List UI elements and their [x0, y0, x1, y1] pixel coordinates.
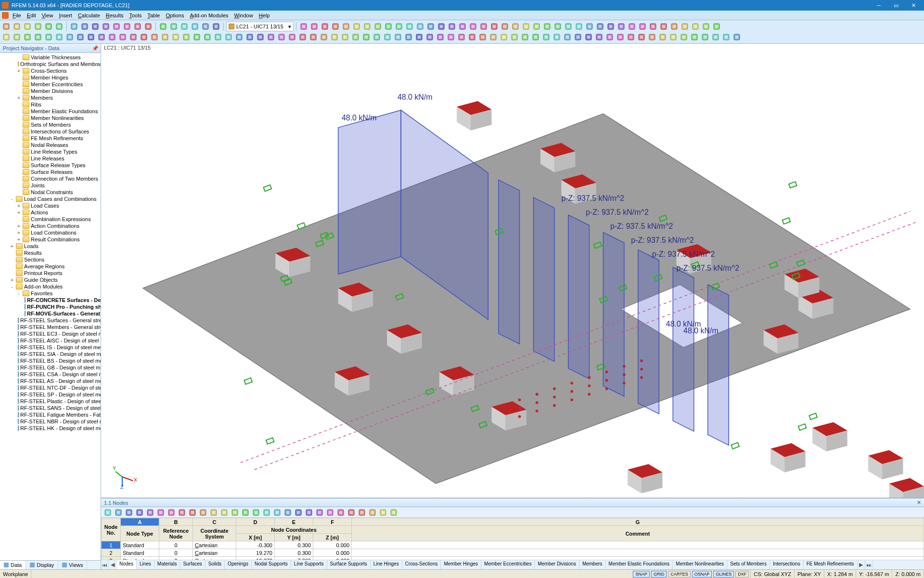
toolbar-button[interactable]: [12, 22, 22, 31]
menu-window[interactable]: Window: [231, 12, 256, 19]
toolbar-button[interactable]: [711, 32, 720, 42]
tree-node[interactable]: +Cross-Sections: [0, 67, 101, 74]
toolbar-button[interactable]: [510, 32, 519, 42]
toolbar-button[interactable]: [499, 32, 509, 42]
tree-twist-icon[interactable]: +: [16, 230, 21, 236]
tree-node[interactable]: RF-STEEL AS - Design of steel members: [0, 378, 101, 384]
toolbar-button[interactable]: [1, 32, 11, 42]
tab-nav-button[interactable]: ⏮: [101, 560, 109, 569]
toolbar-button[interactable]: [346, 508, 356, 517]
row-header[interactable]: 2: [102, 549, 121, 557]
toolbar-button[interactable]: [203, 32, 212, 42]
toolbar-button[interactable]: [669, 22, 679, 31]
toolbar-button[interactable]: [520, 32, 530, 42]
tree-twist-icon[interactable]: +: [10, 243, 14, 249]
toolbar-button[interactable]: [563, 32, 572, 42]
toolbar-button[interactable]: [114, 508, 123, 517]
toolbar-button[interactable]: [404, 32, 413, 42]
row-header[interactable]: 1: [102, 541, 121, 549]
navigator-tree[interactable]: Variable ThicknessesOrthotropic Surfaces…: [0, 53, 101, 560]
menu-tools[interactable]: Tools: [126, 12, 144, 19]
toolbar-button[interactable]: [283, 508, 293, 517]
toolbar-button[interactable]: [700, 32, 710, 42]
toolbar-button[interactable]: [553, 22, 563, 31]
cell[interactable]: 0.000: [313, 541, 352, 549]
toolbar-button[interactable]: [436, 22, 446, 31]
pin-icon[interactable]: 📌: [92, 45, 98, 51]
status-toggle-glines[interactable]: GLINES: [713, 571, 734, 578]
toolbar-button[interactable]: [224, 32, 233, 42]
tree-node[interactable]: RF-STEEL HK - Design of steel members: [0, 425, 101, 432]
col-header[interactable]: CoordinateSystem: [193, 526, 236, 541]
toolbar-button[interactable]: [668, 32, 678, 42]
toolbar-button[interactable]: [595, 22, 605, 31]
tree-node[interactable]: +Action Combinations: [0, 223, 101, 229]
tree-twist-icon[interactable]: -: [10, 196, 14, 202]
toolbar-button[interactable]: [732, 32, 742, 42]
toolbar-button[interactable]: [468, 22, 478, 31]
tab-nav-button[interactable]: ⏭: [865, 560, 873, 569]
toolbar-button[interactable]: [394, 22, 404, 31]
tree-node[interactable]: Variable Thicknesses: [0, 54, 101, 61]
toolbar-button[interactable]: [287, 32, 297, 42]
toolbar-button[interactable]: [331, 22, 340, 31]
tree-node[interactable]: Connection of Two Members: [0, 175, 101, 182]
toolbar-button[interactable]: [584, 32, 593, 42]
tree-node[interactable]: FE Mesh Refinements: [0, 135, 101, 142]
col-header-group[interactable]: Node Coordinates: [236, 526, 352, 534]
toolbar-button[interactable]: [315, 508, 324, 517]
col-header[interactable]: Y [m]: [275, 534, 313, 541]
toolbar-button[interactable]: [458, 22, 467, 31]
tree-node[interactable]: Surface Releases: [0, 169, 101, 175]
toolbar-button[interactable]: [80, 22, 90, 31]
tree-node[interactable]: RF-PUNCH Pro - Punching shear de: [0, 303, 101, 310]
toolbar-button[interactable]: [368, 508, 377, 517]
table-tab[interactable]: Materials: [154, 560, 180, 569]
minimize-button[interactable]: ─: [870, 0, 887, 11]
tree-node[interactable]: Ribs: [0, 101, 101, 108]
toolbar-button[interactable]: [251, 508, 261, 517]
toolbar-button[interactable]: [415, 22, 425, 31]
toolbar-button[interactable]: [139, 32, 149, 42]
cell[interactable]: 0.300: [275, 541, 313, 549]
toolbar-button[interactable]: [488, 32, 498, 42]
tree-node[interactable]: Joints: [0, 182, 101, 189]
tree-node[interactable]: +Members: [0, 94, 101, 101]
tree-node[interactable]: RF-STEEL NBR - Design of steel member: [0, 418, 101, 425]
table-tab[interactable]: Member Nonlinearities: [673, 560, 727, 569]
toolbar-button[interactable]: [181, 32, 191, 42]
tree-node[interactable]: Results: [0, 250, 101, 256]
toolbar-button[interactable]: [489, 22, 499, 31]
tree-twist-icon[interactable]: -: [10, 284, 14, 289]
toolbar-button[interactable]: [309, 22, 319, 31]
toolbar-button[interactable]: [574, 22, 584, 31]
col-letter[interactable]: F: [313, 518, 352, 526]
tab-nav-button[interactable]: ▶: [858, 560, 865, 569]
menu-results[interactable]: Results: [103, 12, 127, 19]
toolbar-button[interactable]: [124, 508, 134, 517]
toolbar-button[interactable]: [107, 32, 117, 42]
toolbar-button[interactable]: [308, 32, 318, 42]
table-tab[interactable]: FE Mesh Refinements: [804, 560, 858, 569]
navigator-tab-data[interactable]: Data: [0, 561, 26, 569]
toolbar-button[interactable]: [362, 22, 372, 31]
menu-edit[interactable]: Edit: [24, 12, 39, 19]
toolbar-button[interactable]: [638, 22, 647, 31]
col-letter[interactable]: E: [275, 518, 313, 526]
toolbar-button[interactable]: [230, 508, 240, 517]
toolbar-button[interactable]: [209, 508, 218, 517]
cell[interactable]: Standard: [121, 541, 159, 549]
tree-node[interactable]: Average Regions: [0, 263, 101, 270]
toolbar-button[interactable]: [447, 22, 457, 31]
toolbar-button[interactable]: [256, 32, 265, 42]
tree-node[interactable]: RF-STEEL Fatigue Members - Fatigue de: [0, 411, 101, 418]
toolbar-button[interactable]: [361, 32, 371, 42]
tree-node[interactable]: +Load Cases: [0, 202, 101, 209]
table-tab[interactable]: Solids: [205, 560, 225, 569]
toolbar-button[interactable]: [219, 508, 229, 517]
toolbar-button[interactable]: [101, 22, 111, 31]
tree-node[interactable]: +Actions: [0, 209, 101, 216]
table-tab[interactable]: Line Hinges: [371, 560, 402, 569]
toolbar-button[interactable]: [690, 32, 699, 42]
toolbar-button[interactable]: [478, 32, 488, 42]
